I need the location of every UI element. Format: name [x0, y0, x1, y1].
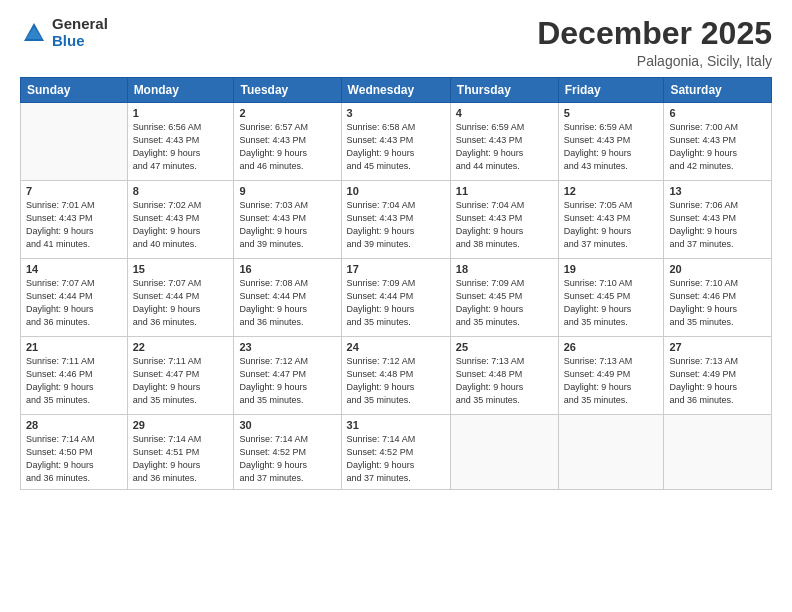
day-number: 7: [26, 185, 122, 197]
day-number: 8: [133, 185, 229, 197]
calendar-day-cell: 31Sunrise: 7:14 AM Sunset: 4:52 PM Dayli…: [341, 415, 450, 490]
day-info: Sunrise: 7:13 AM Sunset: 4:49 PM Dayligh…: [564, 355, 659, 407]
calendar-day-cell: 11Sunrise: 7:04 AM Sunset: 4:43 PM Dayli…: [450, 181, 558, 259]
calendar-day-cell: 19Sunrise: 7:10 AM Sunset: 4:45 PM Dayli…: [558, 259, 664, 337]
day-info: Sunrise: 7:13 AM Sunset: 4:49 PM Dayligh…: [669, 355, 766, 407]
calendar-week-row: 1Sunrise: 6:56 AM Sunset: 4:43 PM Daylig…: [21, 103, 772, 181]
day-info: Sunrise: 6:59 AM Sunset: 4:43 PM Dayligh…: [456, 121, 553, 173]
calendar-day-cell: 10Sunrise: 7:04 AM Sunset: 4:43 PM Dayli…: [341, 181, 450, 259]
day-info: Sunrise: 7:05 AM Sunset: 4:43 PM Dayligh…: [564, 199, 659, 251]
day-info: Sunrise: 6:58 AM Sunset: 4:43 PM Dayligh…: [347, 121, 445, 173]
day-info: Sunrise: 7:09 AM Sunset: 4:44 PM Dayligh…: [347, 277, 445, 329]
calendar-week-row: 21Sunrise: 7:11 AM Sunset: 4:46 PM Dayli…: [21, 337, 772, 415]
calendar-day-cell: 16Sunrise: 7:08 AM Sunset: 4:44 PM Dayli…: [234, 259, 341, 337]
main-title: December 2025: [537, 16, 772, 51]
logo-general: General: [52, 16, 108, 33]
calendar-day-cell: 22Sunrise: 7:11 AM Sunset: 4:47 PM Dayli…: [127, 337, 234, 415]
day-number: 12: [564, 185, 659, 197]
day-number: 4: [456, 107, 553, 119]
day-number: 10: [347, 185, 445, 197]
day-info: Sunrise: 7:10 AM Sunset: 4:45 PM Dayligh…: [564, 277, 659, 329]
calendar-day-cell: 6Sunrise: 7:00 AM Sunset: 4:43 PM Daylig…: [664, 103, 772, 181]
calendar-day-cell: 2Sunrise: 6:57 AM Sunset: 4:43 PM Daylig…: [234, 103, 341, 181]
day-number: 18: [456, 263, 553, 275]
day-number: 19: [564, 263, 659, 275]
day-info: Sunrise: 7:12 AM Sunset: 4:48 PM Dayligh…: [347, 355, 445, 407]
day-info: Sunrise: 7:02 AM Sunset: 4:43 PM Dayligh…: [133, 199, 229, 251]
calendar-day-cell: 18Sunrise: 7:09 AM Sunset: 4:45 PM Dayli…: [450, 259, 558, 337]
calendar-day-cell: 17Sunrise: 7:09 AM Sunset: 4:44 PM Dayli…: [341, 259, 450, 337]
day-info: Sunrise: 7:09 AM Sunset: 4:45 PM Dayligh…: [456, 277, 553, 329]
calendar-day-cell: 8Sunrise: 7:02 AM Sunset: 4:43 PM Daylig…: [127, 181, 234, 259]
weekday-header-thursday: Thursday: [450, 78, 558, 103]
day-number: 30: [239, 419, 335, 431]
day-info: Sunrise: 6:57 AM Sunset: 4:43 PM Dayligh…: [239, 121, 335, 173]
weekday-header-tuesday: Tuesday: [234, 78, 341, 103]
day-number: 13: [669, 185, 766, 197]
calendar-day-cell: [558, 415, 664, 490]
svg-marker-1: [26, 27, 42, 39]
calendar-day-cell: 26Sunrise: 7:13 AM Sunset: 4:49 PM Dayli…: [558, 337, 664, 415]
calendar-day-cell: [21, 103, 128, 181]
day-info: Sunrise: 7:14 AM Sunset: 4:51 PM Dayligh…: [133, 433, 229, 485]
calendar-header: SundayMondayTuesdayWednesdayThursdayFrid…: [21, 78, 772, 103]
day-number: 24: [347, 341, 445, 353]
day-info: Sunrise: 7:07 AM Sunset: 4:44 PM Dayligh…: [133, 277, 229, 329]
page: General Blue December 2025 Palagonia, Si…: [0, 0, 792, 612]
day-number: 23: [239, 341, 335, 353]
calendar-day-cell: 27Sunrise: 7:13 AM Sunset: 4:49 PM Dayli…: [664, 337, 772, 415]
day-info: Sunrise: 7:00 AM Sunset: 4:43 PM Dayligh…: [669, 121, 766, 173]
day-number: 5: [564, 107, 659, 119]
calendar-day-cell: 15Sunrise: 7:07 AM Sunset: 4:44 PM Dayli…: [127, 259, 234, 337]
day-info: Sunrise: 7:07 AM Sunset: 4:44 PM Dayligh…: [26, 277, 122, 329]
calendar-day-cell: 7Sunrise: 7:01 AM Sunset: 4:43 PM Daylig…: [21, 181, 128, 259]
calendar-day-cell: 14Sunrise: 7:07 AM Sunset: 4:44 PM Dayli…: [21, 259, 128, 337]
calendar-body: 1Sunrise: 6:56 AM Sunset: 4:43 PM Daylig…: [21, 103, 772, 490]
calendar-day-cell: 25Sunrise: 7:13 AM Sunset: 4:48 PM Dayli…: [450, 337, 558, 415]
day-info: Sunrise: 7:04 AM Sunset: 4:43 PM Dayligh…: [456, 199, 553, 251]
calendar-day-cell: 21Sunrise: 7:11 AM Sunset: 4:46 PM Dayli…: [21, 337, 128, 415]
day-info: Sunrise: 7:06 AM Sunset: 4:43 PM Dayligh…: [669, 199, 766, 251]
calendar-day-cell: 28Sunrise: 7:14 AM Sunset: 4:50 PM Dayli…: [21, 415, 128, 490]
logo-icon: [20, 19, 48, 47]
day-number: 1: [133, 107, 229, 119]
day-info: Sunrise: 7:14 AM Sunset: 4:52 PM Dayligh…: [347, 433, 445, 485]
logo-blue: Blue: [52, 33, 108, 50]
day-info: Sunrise: 7:10 AM Sunset: 4:46 PM Dayligh…: [669, 277, 766, 329]
logo-text: General Blue: [52, 16, 108, 49]
day-number: 22: [133, 341, 229, 353]
calendar-day-cell: 24Sunrise: 7:12 AM Sunset: 4:48 PM Dayli…: [341, 337, 450, 415]
day-info: Sunrise: 7:08 AM Sunset: 4:44 PM Dayligh…: [239, 277, 335, 329]
day-info: Sunrise: 7:14 AM Sunset: 4:52 PM Dayligh…: [239, 433, 335, 485]
subtitle: Palagonia, Sicily, Italy: [537, 53, 772, 69]
day-info: Sunrise: 7:11 AM Sunset: 4:47 PM Dayligh…: [133, 355, 229, 407]
day-info: Sunrise: 6:56 AM Sunset: 4:43 PM Dayligh…: [133, 121, 229, 173]
day-number: 17: [347, 263, 445, 275]
day-number: 29: [133, 419, 229, 431]
calendar-day-cell: 3Sunrise: 6:58 AM Sunset: 4:43 PM Daylig…: [341, 103, 450, 181]
weekday-header-saturday: Saturday: [664, 78, 772, 103]
day-info: Sunrise: 7:14 AM Sunset: 4:50 PM Dayligh…: [26, 433, 122, 485]
day-number: 25: [456, 341, 553, 353]
calendar-day-cell: 13Sunrise: 7:06 AM Sunset: 4:43 PM Dayli…: [664, 181, 772, 259]
title-block: December 2025 Palagonia, Sicily, Italy: [537, 16, 772, 69]
calendar-day-cell: [450, 415, 558, 490]
weekday-header-monday: Monday: [127, 78, 234, 103]
day-number: 28: [26, 419, 122, 431]
day-info: Sunrise: 7:01 AM Sunset: 4:43 PM Dayligh…: [26, 199, 122, 251]
day-info: Sunrise: 6:59 AM Sunset: 4:43 PM Dayligh…: [564, 121, 659, 173]
calendar-day-cell: 9Sunrise: 7:03 AM Sunset: 4:43 PM Daylig…: [234, 181, 341, 259]
logo: General Blue: [20, 16, 108, 49]
weekday-header-wednesday: Wednesday: [341, 78, 450, 103]
day-number: 21: [26, 341, 122, 353]
calendar-week-row: 14Sunrise: 7:07 AM Sunset: 4:44 PM Dayli…: [21, 259, 772, 337]
calendar-day-cell: 23Sunrise: 7:12 AM Sunset: 4:47 PM Dayli…: [234, 337, 341, 415]
day-number: 15: [133, 263, 229, 275]
header: General Blue December 2025 Palagonia, Si…: [20, 16, 772, 69]
day-number: 27: [669, 341, 766, 353]
day-info: Sunrise: 7:03 AM Sunset: 4:43 PM Dayligh…: [239, 199, 335, 251]
calendar-day-cell: [664, 415, 772, 490]
day-number: 3: [347, 107, 445, 119]
day-number: 11: [456, 185, 553, 197]
day-number: 9: [239, 185, 335, 197]
